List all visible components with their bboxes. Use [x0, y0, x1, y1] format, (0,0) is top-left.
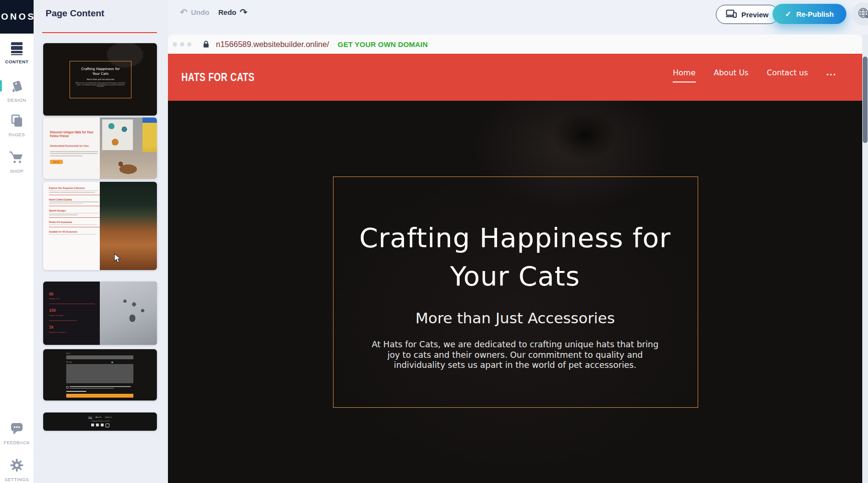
- section-thumbnail-footer[interactable]: Home About Us Contact us © Copyright. Al…: [43, 412, 157, 431]
- feedback-bubble-icon: [9, 429, 24, 437]
- thumb-intro-paragraph-lines: [50, 151, 98, 156]
- section-thumbnail-intro[interactable]: Discover Unique Hats for Your Feline Fri…: [43, 118, 157, 179]
- redo-icon: ↷: [240, 8, 248, 17]
- thumb-stat-label: Unique Designs: [49, 314, 63, 317]
- sidebar-item-label: PAGES: [0, 132, 34, 137]
- thumb-stats-pawprint-photo: [100, 282, 157, 345]
- thumb-features-cat-fur-photo: [100, 182, 157, 270]
- thumb-stat-value: 150: [49, 308, 56, 313]
- get-domain-link[interactable]: GET YOUR OWN DOMAIN: [338, 40, 428, 48]
- thumb-stat-divider: [49, 304, 95, 304]
- thumb-intro-shop-button: Shop Now: [50, 160, 63, 164]
- section-thumbnail-features[interactable]: Explore Our Exquisite Collection Hand-Cr…: [43, 182, 157, 270]
- section-thumbnail-contact-form[interactable]: Name* Message: [43, 349, 157, 401]
- language-globe-button[interactable]: [852, 2, 868, 25]
- globe-icon: [857, 7, 868, 21]
- thumb-hero-title: Crafting Happiness forYour Cats: [70, 67, 131, 76]
- thumb-footer-copyright: © Copyright. All rights reserved.: [43, 420, 157, 422]
- sidebar-item-shop[interactable]: SHOP: [0, 150, 34, 174]
- thumb-form-submit-button: [66, 394, 133, 398]
- thumb-hero-subtitle: More than Just Accessories: [70, 78, 131, 81]
- republish-button[interactable]: ✓ Re-Publish: [773, 4, 846, 24]
- undo-icon: ↶: [180, 8, 188, 17]
- rail-notification-sliver: [0, 80, 2, 92]
- nav-more-button[interactable]: ...: [826, 68, 836, 77]
- thumb-form-name-label: Name*: [66, 353, 71, 354]
- thumb-form-checkbox: [66, 386, 69, 389]
- content-icon: [10, 48, 24, 57]
- thumb-form-consent-line: [70, 388, 114, 389]
- editor-toolbar: ↶ Undo Redo ↷ Preview ✓ Re-Publish: [168, 0, 868, 35]
- thumb-features-list: Explore Our Exquisite Collection Hand-Cr…: [43, 187, 100, 235]
- thumb-footer-links: Home About Us Contact us: [43, 416, 157, 418]
- canvas-scrollbar-thumb[interactable]: [863, 57, 868, 143]
- panel-title-underline: [42, 32, 157, 33]
- thumb-form-name-input: [66, 355, 133, 359]
- site-header: HATS FOR CATS Home About Us Contact us .…: [168, 54, 862, 101]
- thumb-feature-title: Stylish Designs: [49, 210, 100, 212]
- site-logo-text[interactable]: HATS FOR CATS: [181, 71, 254, 84]
- thumb-form-required-line: [66, 391, 86, 392]
- browser-dots: [173, 42, 191, 47]
- sidebar-item-label: SETTINGS: [0, 477, 34, 482]
- thumb-intro-subheading: Handcrafted Exclusively for Cats: [50, 144, 97, 147]
- thumb-intro-photo-sign: [143, 118, 157, 152]
- ionos-logo[interactable]: IONOS: [0, 0, 34, 34]
- icon-rail: IONOS CONTENT DESIGN PAGES SHOP: [0, 0, 34, 483]
- thumb-feature-title: Explore Our Exquisite Collection: [49, 187, 100, 189]
- nav-item-contact[interactable]: Contact us: [767, 68, 808, 82]
- sidebar-item-pages[interactable]: PAGES: [0, 114, 34, 137]
- hero-subtitle[interactable]: More than Just Accessories: [168, 308, 862, 328]
- thumb-stat-value: 5k: [49, 292, 53, 296]
- thumb-stat-divider: [49, 320, 77, 321]
- gear-icon: [9, 466, 24, 474]
- thumb-hero-selection-box: Crafting Happiness forYour Cats More tha…: [70, 61, 131, 98]
- section-thumbnail-stats[interactable]: 5k Happy Cats 150 Unique Designs 1k Repe…: [43, 282, 157, 345]
- page-content-panel: Page Content Crafting Happiness forYour …: [34, 0, 168, 483]
- pages-icon: [10, 121, 24, 130]
- thumb-footer-social-icons: [43, 424, 157, 427]
- thumb-form-message-area: [66, 364, 133, 383]
- sidebar-item-feedback[interactable]: FEEDBACK: [0, 422, 34, 445]
- section-thumbnail-hero[interactable]: Crafting Happiness forYour Cats More tha…: [43, 43, 157, 116]
- sidebar-item-settings[interactable]: SETTINGS: [0, 458, 34, 482]
- site-canvas: n1566589.websitebuilder.online/ GET YOUR…: [168, 35, 862, 483]
- hero-paragraph[interactable]: At Hats for Cats, we are dedicated to cr…: [367, 340, 664, 371]
- thumb-intro-photo-posters: [102, 119, 133, 150]
- browser-url-bar: n1566589.websitebuilder.online/ GET YOUR…: [168, 35, 862, 54]
- sidebar-item-label: DESIGN: [0, 97, 34, 103]
- sidebar-item-label: CONTENT: [0, 59, 34, 64]
- panel-title: Page Content: [46, 8, 104, 19]
- thumb-stat-label: Repeat Customers: [49, 331, 66, 333]
- thumb-form-message-label: Message: [66, 361, 72, 363]
- design-icon: [10, 87, 24, 95]
- thumb-form-consent-line: [70, 386, 131, 387]
- site-url[interactable]: n1566589.websitebuilder.online/: [216, 40, 329, 49]
- hero-title[interactable]: Crafting Happiness forYour Cats: [168, 219, 862, 295]
- redo-button[interactable]: Redo ↷: [218, 8, 247, 17]
- thumb-intro-heading: Discover Unique Hats for Your Feline Fri…: [50, 130, 97, 138]
- site-nav: Home About Us Contact us ...: [673, 68, 836, 82]
- thumb-feature-title: Hand-Crafted Quality: [49, 199, 100, 201]
- thumb-stat-label: Happy Cats: [49, 297, 59, 300]
- devices-icon: [726, 10, 737, 19]
- preview-button[interactable]: Preview: [716, 5, 779, 24]
- sidebar-item-content[interactable]: CONTENT: [0, 42, 34, 64]
- app-window: IONOS CONTENT DESIGN PAGES SHOP: [0, 0, 868, 483]
- thumb-stat-value: 1k: [49, 325, 53, 330]
- sidebar-item-design[interactable]: DESIGN: [0, 79, 34, 103]
- sidebar-item-label: SHOP: [0, 168, 34, 174]
- sidebar-item-label: FEEDBACK: [0, 440, 34, 445]
- thumb-intro-cat-photo: [100, 118, 157, 179]
- hero-section[interactable]: Crafting Happiness forYour Cats More tha…: [168, 101, 862, 483]
- thumb-intro-photo-cat: [114, 159, 141, 175]
- thumb-feature-title: Suitable for All Occasions: [49, 231, 100, 233]
- thumb-feature-title: Perfect Fit Guarantee: [49, 221, 100, 224]
- checkmark-icon: ✓: [785, 10, 791, 19]
- thumb-hero-body: At Hats for Cats, we are dedicated to cr…: [74, 82, 127, 88]
- nav-item-home[interactable]: Home: [673, 68, 695, 82]
- ionos-logo-text: IONOS: [0, 12, 34, 22]
- cart-icon: [9, 158, 24, 166]
- undo-button[interactable]: ↶ Undo: [180, 8, 209, 17]
- nav-item-about[interactable]: About Us: [714, 68, 749, 82]
